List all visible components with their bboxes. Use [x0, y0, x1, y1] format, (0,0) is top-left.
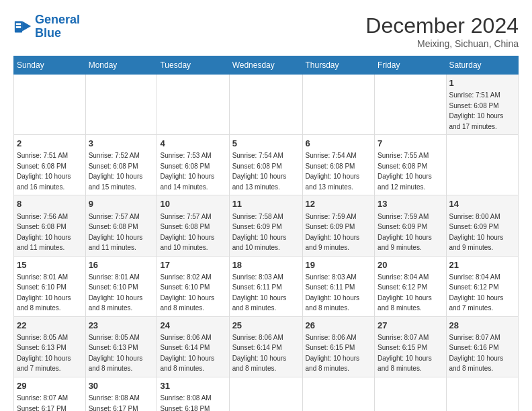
calendar-cell [229, 75, 302, 135]
day-number: 21 [449, 259, 515, 271]
day-info: Sunrise: 7:56 AMSunset: 6:08 PMDaylight:… [17, 213, 71, 252]
day-info: Sunrise: 8:08 AMSunset: 6:18 PMDaylight:… [160, 394, 214, 411]
day-number: 24 [160, 320, 226, 332]
calendar-cell: 6Sunrise: 7:54 AMSunset: 6:08 PMDaylight… [302, 135, 375, 195]
day-number: 15 [17, 259, 83, 271]
day-number: 31 [160, 380, 226, 392]
day-number: 13 [378, 198, 443, 210]
day-info: Sunrise: 7:54 AMSunset: 6:08 PMDaylight:… [232, 152, 287, 191]
day-number: 20 [378, 259, 443, 271]
calendar-cell: 2Sunrise: 7:51 AMSunset: 6:08 PMDaylight… [14, 135, 86, 195]
day-number: 3 [89, 138, 154, 150]
calendar-cell: 3Sunrise: 7:52 AMSunset: 6:08 PMDaylight… [85, 135, 157, 195]
day-number: 22 [17, 320, 83, 332]
day-info: Sunrise: 7:59 AMSunset: 6:09 PMDaylight:… [378, 213, 432, 252]
calendar-cell: 12Sunrise: 7:59 AMSunset: 6:09 PMDayligh… [302, 195, 375, 256]
day-number: 10 [160, 198, 226, 210]
calendar-cell: 18Sunrise: 8:03 AMSunset: 6:11 PMDayligh… [229, 256, 302, 316]
calendar-week-row: 1Sunrise: 7:51 AMSunset: 6:08 PMDaylight… [14, 75, 519, 135]
header-friday: Friday [375, 56, 446, 75]
day-info: Sunrise: 8:04 AMSunset: 6:12 PMDaylight:… [378, 273, 432, 312]
calendar-cell: 24Sunrise: 8:06 AMSunset: 6:14 PMDayligh… [157, 316, 229, 377]
calendar-week-row: 29Sunrise: 8:07 AMSunset: 6:17 PMDayligh… [14, 377, 519, 411]
calendar-cell: 16Sunrise: 8:01 AMSunset: 6:10 PMDayligh… [85, 256, 157, 316]
svg-rect-3 [16, 26, 21, 28]
day-number: 26 [306, 320, 372, 332]
day-info: Sunrise: 7:51 AMSunset: 6:08 PMDaylight:… [17, 152, 71, 191]
day-info: Sunrise: 7:53 AMSunset: 6:08 PMDaylight:… [160, 152, 214, 191]
calendar-cell: 11Sunrise: 7:58 AMSunset: 6:09 PMDayligh… [229, 195, 302, 256]
day-info: Sunrise: 8:01 AMSunset: 6:10 PMDaylight:… [89, 273, 143, 312]
calendar-cell: 4Sunrise: 7:53 AMSunset: 6:08 PMDaylight… [157, 135, 229, 195]
calendar-cell [302, 75, 375, 135]
day-number: 30 [89, 380, 154, 392]
day-number: 19 [306, 259, 372, 271]
month-year-title: December 2024 [365, 13, 519, 38]
day-number: 8 [17, 198, 83, 210]
day-number: 12 [306, 198, 372, 210]
calendar-cell: 8Sunrise: 7:56 AMSunset: 6:08 PMDaylight… [14, 195, 86, 256]
calendar-cell [157, 75, 229, 135]
calendar-cell: 7Sunrise: 7:55 AMSunset: 6:08 PMDaylight… [375, 135, 446, 195]
calendar-week-row: 2Sunrise: 7:51 AMSunset: 6:08 PMDaylight… [14, 135, 519, 195]
logo: General Blue [13, 13, 80, 40]
calendar-cell: 28Sunrise: 8:07 AMSunset: 6:16 PMDayligh… [446, 316, 518, 377]
svg-marker-1 [22, 21, 31, 31]
calendar-cell: 23Sunrise: 8:05 AMSunset: 6:13 PMDayligh… [85, 316, 157, 377]
day-info: Sunrise: 8:08 AMSunset: 6:17 PMDaylight:… [89, 394, 143, 411]
day-info: Sunrise: 8:06 AMSunset: 6:14 PMDaylight:… [160, 334, 214, 373]
calendar-cell: 17Sunrise: 8:02 AMSunset: 6:10 PMDayligh… [157, 256, 229, 316]
day-number: 1 [449, 77, 515, 89]
day-info: Sunrise: 8:01 AMSunset: 6:10 PMDaylight:… [17, 273, 71, 312]
calendar-cell: 31Sunrise: 8:08 AMSunset: 6:18 PMDayligh… [157, 377, 229, 411]
svg-rect-2 [16, 23, 21, 25]
calendar-cell [302, 377, 375, 411]
day-info: Sunrise: 8:04 AMSunset: 6:12 PMDaylight:… [449, 273, 504, 312]
calendar-cell [375, 377, 446, 411]
calendar-cell: 29Sunrise: 8:07 AMSunset: 6:17 PMDayligh… [14, 377, 86, 411]
header-wednesday: Wednesday [229, 56, 302, 75]
day-number: 28 [449, 320, 515, 332]
calendar-cell: 27Sunrise: 8:07 AMSunset: 6:15 PMDayligh… [375, 316, 446, 377]
day-number: 29 [17, 380, 83, 392]
calendar-header-row: SundayMondayTuesdayWednesdayThursdayFrid… [14, 56, 519, 75]
day-info: Sunrise: 8:02 AMSunset: 6:10 PMDaylight:… [160, 273, 214, 312]
calendar-cell: 5Sunrise: 7:54 AMSunset: 6:08 PMDaylight… [229, 135, 302, 195]
day-info: Sunrise: 8:03 AMSunset: 6:11 PMDaylight:… [306, 273, 360, 312]
calendar-cell [375, 75, 446, 135]
calendar-week-row: 15Sunrise: 8:01 AMSunset: 6:10 PMDayligh… [14, 256, 519, 316]
calendar-cell [85, 75, 157, 135]
day-info: Sunrise: 7:57 AMSunset: 6:08 PMDaylight:… [160, 213, 214, 252]
calendar-cell [14, 75, 86, 135]
calendar-cell: 30Sunrise: 8:08 AMSunset: 6:17 PMDayligh… [85, 377, 157, 411]
calendar-cell: 1Sunrise: 7:51 AMSunset: 6:08 PMDaylight… [446, 75, 518, 135]
calendar-cell: 15Sunrise: 8:01 AMSunset: 6:10 PMDayligh… [14, 256, 86, 316]
day-number: 17 [160, 259, 226, 271]
day-number: 4 [160, 138, 226, 150]
calendar-week-row: 22Sunrise: 8:05 AMSunset: 6:13 PMDayligh… [14, 316, 519, 377]
day-number: 9 [89, 198, 154, 210]
header-monday: Monday [85, 56, 157, 75]
calendar-table: SundayMondayTuesdayWednesdayThursdayFrid… [13, 56, 519, 411]
calendar-cell [229, 377, 302, 411]
day-number: 2 [17, 138, 83, 150]
day-info: Sunrise: 8:06 AMSunset: 6:15 PMDaylight:… [306, 334, 360, 373]
calendar-cell: 25Sunrise: 8:06 AMSunset: 6:14 PMDayligh… [229, 316, 302, 377]
day-info: Sunrise: 7:57 AMSunset: 6:08 PMDaylight:… [89, 213, 143, 252]
title-block: December 2024 Meixing, Sichuan, China [365, 13, 519, 49]
day-info: Sunrise: 8:05 AMSunset: 6:13 PMDaylight:… [17, 334, 71, 373]
logo-icon [13, 17, 32, 36]
day-number: 23 [89, 320, 154, 332]
day-info: Sunrise: 8:07 AMSunset: 6:16 PMDaylight:… [449, 334, 504, 373]
day-number: 5 [232, 138, 300, 150]
day-number: 18 [232, 259, 300, 271]
calendar-cell: 19Sunrise: 8:03 AMSunset: 6:11 PMDayligh… [302, 256, 375, 316]
header-sunday: Sunday [14, 56, 86, 75]
day-info: Sunrise: 7:52 AMSunset: 6:08 PMDaylight:… [89, 152, 143, 191]
calendar-cell: 13Sunrise: 7:59 AMSunset: 6:09 PMDayligh… [375, 195, 446, 256]
header-saturday: Saturday [446, 56, 518, 75]
day-info: Sunrise: 8:05 AMSunset: 6:13 PMDaylight:… [89, 334, 143, 373]
page-header: General Blue December 2024 Meixing, Sich… [13, 13, 519, 49]
day-number: 14 [449, 198, 515, 210]
day-info: Sunrise: 8:06 AMSunset: 6:14 PMDaylight:… [232, 334, 287, 373]
